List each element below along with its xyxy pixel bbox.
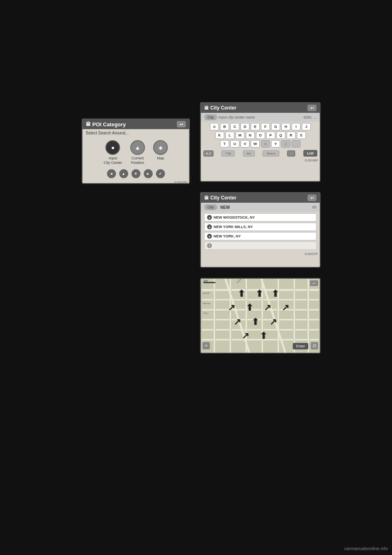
map-back-button[interactable]: ↩: [310, 280, 318, 286]
list-item-3-icon: ●: [207, 234, 212, 239]
svg-text:↗: ↗: [282, 303, 289, 313]
map-screen[interactable]: THOMAS ST MURRAY BARCLAY VESEY ⬆ ⬆ ⬆ ↗ ⬆…: [200, 278, 321, 354]
list-back-button[interactable]: ↩: [307, 195, 316, 201]
key-A[interactable]: A: [210, 123, 219, 130]
key-P[interactable]: P: [266, 132, 275, 139]
svg-rect-2: [201, 299, 319, 301]
key-D[interactable]: D: [241, 123, 249, 130]
poi-subtitle: Select Search Around...: [82, 129, 189, 137]
list-item-1[interactable]: ● NEW WOODSTOCK, NY: [204, 213, 316, 222]
key-Y[interactable]: Y: [271, 140, 280, 148]
svg-text:⬆: ⬆: [256, 289, 263, 299]
poi-nav-row: ◄ ▲ ▼ ► ✔: [82, 167, 189, 180]
key-R[interactable]: R: [287, 132, 296, 139]
poi-option-map-label: Map: [157, 156, 164, 161]
svg-text:↗: ↗: [264, 303, 271, 313]
list-header-icon: 🏛: [204, 195, 209, 200]
key-empty: [292, 140, 301, 148]
poi-nav-left[interactable]: ◄: [107, 169, 116, 178]
key-Z: Z: [281, 140, 290, 148]
key-X: X: [261, 140, 270, 148]
key-az-toggle[interactable]: A-Z: [203, 150, 214, 157]
city-center-list-screen: 🏛 City Center ↩ City NEW 83 ● NEW WOODST…: [200, 192, 321, 268]
list-item-2-icon: ●: [207, 224, 212, 229]
poi-option-map[interactable]: ◈ Map: [153, 140, 168, 165]
map-zoom-out-button[interactable]: +: [203, 342, 210, 349]
list-input-tag: City: [204, 204, 217, 210]
list-item-2[interactable]: ● NEW YORK MILLS, NY: [204, 223, 316, 231]
svg-text:300ft: 300ft: [203, 280, 208, 282]
keyboard-input-tag: City: [204, 114, 217, 120]
poi-header-left: 🏛 POI Category: [86, 121, 126, 128]
list-item-4: ℹ: [204, 242, 316, 250]
svg-text:↗: ↗: [270, 317, 277, 327]
key-special1[interactable]: ?!@: [221, 150, 235, 157]
key-H[interactable]: H: [281, 123, 290, 130]
svg-text:↗: ↗: [234, 317, 241, 327]
list-item-3[interactable]: ● NEW YORK, NY: [204, 232, 316, 240]
key-L[interactable]: L: [225, 132, 234, 139]
key-K[interactable]: K: [215, 132, 224, 139]
key-E[interactable]: E: [251, 123, 260, 130]
key-T[interactable]: T: [220, 140, 229, 148]
poi-option-city-icon: ●: [105, 140, 120, 155]
map-enter-button[interactable]: Enter: [293, 343, 308, 349]
list-input-value[interactable]: NEW: [219, 205, 311, 210]
poi-option-city-center[interactable]: ● InputCity Center: [104, 140, 122, 165]
key-space[interactable]: Space: [263, 150, 279, 157]
key-O[interactable]: O: [256, 132, 265, 139]
map-zoom-in-button[interactable]: ⊙: [311, 342, 318, 349]
svg-text:⬆: ⬆: [272, 289, 279, 299]
keyboard-header-left: 🏛 City Center: [204, 105, 236, 111]
key-S[interactable]: S: [297, 132, 306, 139]
poi-option-map-icon: ◈: [153, 140, 168, 155]
keyboard-grid: A B C D E F G H I J K L M N O P Q R: [201, 122, 320, 150]
city-center-keyboard-screen: 🏛 City Center ↩ City Input city center n…: [200, 102, 321, 182]
poi-header: 🏛 POI Category ↩: [82, 119, 189, 129]
key-G[interactable]: G: [271, 123, 280, 130]
key-B[interactable]: B: [220, 123, 229, 130]
svg-text:↗: ↗: [228, 303, 235, 313]
key-F[interactable]: F: [261, 123, 270, 130]
key-M[interactable]: M: [236, 132, 245, 139]
poi-option-current-position[interactable]: ▲ CurrentPosition: [130, 140, 145, 165]
key-C[interactable]: C: [230, 123, 239, 130]
poi-nav-select[interactable]: ✔: [156, 169, 165, 178]
key-list[interactable]: List: [303, 150, 317, 157]
svg-text:⬆: ⬆: [238, 289, 245, 299]
key-delete[interactable]: ←: [287, 150, 295, 157]
list-title: City Center: [210, 195, 236, 201]
keyboard-input-dots: ...: [313, 115, 316, 119]
poi-nav-right[interactable]: ►: [144, 169, 153, 178]
key-W[interactable]: W: [251, 140, 260, 148]
poi-option-city-label: InputCity Center: [104, 156, 122, 165]
key-V[interactable]: V: [241, 140, 249, 148]
poi-nav-up[interactable]: ▲: [119, 169, 128, 178]
list-screen-code: 2U5037F: [201, 251, 320, 257]
list-input-row: City NEW 83: [201, 203, 320, 212]
key-I[interactable]: I: [292, 123, 301, 130]
poi-screen-code: 2U5035F: [82, 180, 189, 184]
svg-text:MURRAY: MURRAY: [203, 292, 210, 294]
keyboard-input-placeholder[interactable]: Input city center name: [219, 115, 302, 119]
key-Q[interactable]: Q: [276, 132, 285, 139]
key-special2[interactable]: àèì: [243, 150, 255, 157]
poi-building-icon: 🏛: [86, 121, 91, 127]
keyboard-input-row: City Input city center name 6281 ...: [201, 113, 320, 122]
poi-option-position-icon: ▲: [130, 140, 145, 155]
list-item-1-icon: ●: [207, 215, 212, 220]
watermark-url: carmanualsonline.info: [344, 546, 388, 551]
svg-text:BARCLAY: BARCLAY: [203, 302, 210, 304]
poi-nav-down[interactable]: ▼: [131, 169, 140, 178]
key-U[interactable]: U: [230, 140, 239, 148]
svg-text:⬆: ⬆: [246, 303, 253, 313]
key-J[interactable]: J: [302, 123, 311, 130]
list-item-3-text: NEW YORK, NY: [214, 234, 241, 238]
svg-rect-5: [201, 329, 319, 331]
keyboard-back-button[interactable]: ↩: [307, 105, 316, 111]
svg-rect-12: [293, 279, 295, 353]
svg-text:↗: ↗: [242, 331, 249, 341]
poi-back-button[interactable]: ↩: [177, 121, 186, 128]
key-N[interactable]: N: [246, 132, 255, 139]
svg-text:VESEY: VESEY: [203, 312, 208, 314]
